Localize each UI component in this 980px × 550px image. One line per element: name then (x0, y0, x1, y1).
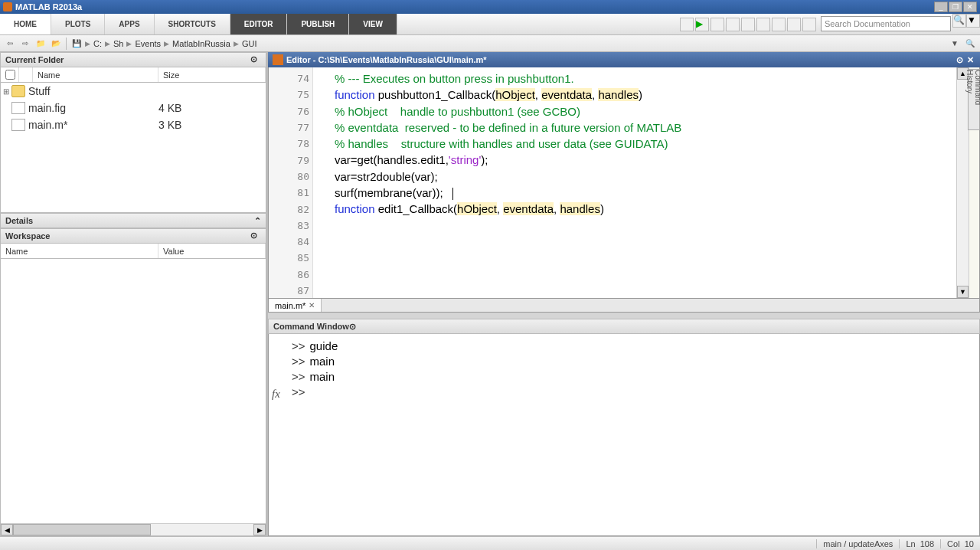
cmd-prompt: >> (292, 385, 305, 400)
breadcrumb[interactable]: ▶ C: ▶ Sh ▶ Events ▶ MatlabInRussia ▶ GU… (85, 39, 257, 48)
ribbon-dropdown-icon[interactable]: ▼ (966, 14, 980, 28)
quick-icon-7[interactable] (772, 18, 786, 31)
editor-header: Editor - C:\Sh\Events\MatlabInRussia\GUI… (268, 52, 980, 67)
breadcrumb-part-2[interactable]: MatlabInRussia (172, 39, 230, 48)
tab-plots[interactable]: PLOTS (51, 14, 105, 34)
line-number: 74 (269, 70, 312, 87)
quick-icon-5[interactable] (741, 18, 755, 31)
tab-editor[interactable]: EDITOR (230, 14, 288, 34)
command-window-title: Command Window (273, 322, 349, 331)
code-line[interactable]: % hObject handle to pushbutton1 (see GCB… (335, 103, 956, 119)
editor-menu-icon[interactable]: ⊙ (954, 54, 965, 65)
cmd-entry-1: main (310, 354, 335, 369)
expand-icon[interactable]: ⊞ (1, 87, 11, 96)
forward-icon[interactable]: ⇨ (18, 37, 32, 51)
chevron-right-icon: ▶ (126, 40, 132, 47)
line-number: 83 (269, 218, 312, 234)
column-name[interactable]: Name (33, 67, 158, 82)
panel-menu-icon[interactable]: ⊙ (250, 54, 261, 65)
cmd-prompt: >> (292, 339, 305, 354)
code-line[interactable]: var=str2double(var); (335, 169, 956, 185)
status-col: Col 10 (940, 539, 980, 548)
cmd-prompt: >> (292, 369, 305, 385)
file-row[interactable]: main.m* 3 KB (1, 116, 266, 133)
file-row[interactable]: main.fig 4 KB (1, 100, 266, 116)
matlab-icon (3, 2, 12, 11)
editor-tab-label: main.m* (275, 301, 305, 310)
code-line[interactable]: function pushbutton1_Callback(hObject, e… (335, 87, 956, 103)
tab-apps[interactable]: APPS (105, 14, 154, 34)
code-line[interactable]: % handles structure with handles and use… (335, 136, 956, 152)
code-line[interactable]: % eventdata reserved - to be defined in … (335, 119, 956, 136)
chevron-right-icon: ▶ (105, 40, 110, 47)
breadcrumb-drive[interactable]: C: (93, 39, 102, 48)
close-button[interactable]: ✕ (963, 2, 977, 12)
scroll-left-icon[interactable]: ◀ (1, 524, 13, 535)
window-title: MATLAB R2013a (15, 2, 934, 11)
column-check[interactable] (1, 67, 19, 82)
code-line[interactable]: function edit1_Callback(hObject, eventda… (335, 201, 956, 217)
line-number: 80 (269, 169, 312, 185)
code-line[interactable]: var=get(handles.edit1,'string'); (335, 152, 956, 168)
column-size[interactable]: Size (158, 67, 266, 82)
search-icon[interactable]: 🔍 (952, 14, 966, 28)
tab-home[interactable]: HOME (0, 14, 51, 34)
maximize-button[interactable]: ❐ (949, 2, 962, 12)
scroll-thumb[interactable] (13, 524, 151, 535)
chevron-right-icon: ▶ (164, 40, 169, 47)
scroll-right-icon[interactable]: ▶ (253, 524, 266, 535)
statusbar: main / updateAxes Ln 108 Col 10 (0, 536, 980, 550)
chevron-right-icon: ▶ (234, 40, 239, 47)
panel-menu-icon[interactable]: ⊙ (349, 322, 356, 332)
quick-icon-4[interactable] (726, 18, 740, 31)
scroll-down-icon[interactable]: ▼ (957, 286, 969, 298)
folder-icon[interactable]: 📂 (49, 37, 63, 51)
expand-icon[interactable]: ⌃ (254, 216, 261, 226)
breadcrumb-part-1[interactable]: Events (135, 39, 161, 48)
cmd-entry-2: main (310, 369, 335, 385)
file-size: 3 KB (158, 119, 266, 131)
workspace-title: Workspace (5, 231, 51, 241)
quick-icon-8[interactable] (787, 18, 801, 31)
run-icon[interactable]: ▶ (695, 18, 709, 31)
quick-icon-1[interactable] (680, 18, 694, 31)
splitter[interactable] (268, 313, 980, 319)
command-window[interactable]: >>guide >>main >>main >> fx (268, 334, 980, 536)
line-number: 87 (269, 283, 312, 299)
ws-column-value[interactable]: Value (158, 244, 266, 258)
panel-menu-icon[interactable]: ⊙ (250, 231, 261, 241)
line-number: 85 (269, 250, 312, 266)
file-row[interactable]: ⊞ Stuff (1, 83, 266, 100)
quick-icon-6[interactable] (756, 18, 770, 31)
tab-view[interactable]: VIEW (349, 14, 397, 34)
breadcrumb-part-0[interactable]: Sh (113, 39, 123, 48)
quick-icon-9[interactable] (802, 18, 816, 31)
tab-shortcuts[interactable]: SHORTCUTS (155, 14, 230, 34)
column-icon (19, 67, 33, 82)
tab-publish[interactable]: PUBLISH (287, 14, 349, 34)
ribbon-toolbar: HOME PLOTS APPS SHORTCUTS EDITOR PUBLISH… (0, 14, 980, 35)
back-icon[interactable]: ⇦ (3, 37, 17, 51)
current-folder-title: Current Folder (5, 55, 64, 64)
editor-tab-main[interactable]: main.m* ✕ (269, 299, 322, 312)
file-name: Stuff (28, 85, 158, 97)
up-icon[interactable]: 📁 (34, 37, 47, 51)
editor-close-icon[interactable]: ✕ (965, 54, 975, 65)
details-panel[interactable]: Details ⌃ (0, 213, 266, 228)
tab-close-icon[interactable]: ✕ (309, 301, 315, 309)
fx-icon[interactable]: fx (272, 386, 280, 401)
code-line[interactable]: % --- Executes on button press in pushbu… (335, 70, 956, 87)
minimize-button[interactable]: _ (934, 2, 948, 12)
search-input[interactable]: Search Documentation (821, 16, 951, 31)
toolbar-dropdown-icon[interactable]: ▼ (948, 37, 962, 51)
breadcrumb-part-3[interactable]: GUI (242, 39, 257, 48)
ws-column-name[interactable]: Name (1, 244, 158, 258)
command-history-tab[interactable]: Command History (968, 69, 980, 130)
drive-icon[interactable]: 💾 (70, 37, 83, 51)
quick-icon-3[interactable] (710, 18, 724, 31)
line-number: 77 (269, 119, 312, 136)
search-folder-icon[interactable]: 🔍 (963, 37, 977, 51)
editor-body[interactable]: 7475767778798081828384858687 % --- Execu… (268, 67, 980, 299)
code-line[interactable]: surf(membrane(var)); (335, 185, 956, 201)
file-size: 4 KB (158, 102, 266, 114)
